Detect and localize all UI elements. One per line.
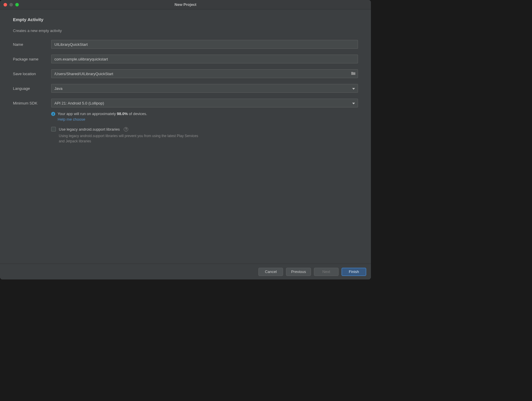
name-input[interactable] [51, 40, 358, 49]
minimize-window-button[interactable] [9, 3, 13, 6]
dialog-content: Empty Activity Creates a new empty activ… [0, 9, 371, 264]
folder-icon [351, 71, 356, 76]
info-suffix: of devices. [128, 112, 147, 116]
legacy-support-checkbox[interactable] [51, 127, 56, 132]
legacy-support-label: Use legacy android.support libraries [59, 127, 120, 132]
cancel-button[interactable]: Cancel [258, 268, 283, 276]
titlebar: New Project [0, 0, 371, 9]
maximize-window-button[interactable] [15, 3, 19, 6]
new-project-dialog: New Project Empty Activity Creates a new… [0, 0, 371, 279]
device-coverage-info: i Your app will run on approximately 98.… [51, 112, 358, 116]
package-name-label: Package name [13, 57, 51, 61]
minimum-sdk-label: Minimum SDK [13, 101, 51, 105]
page-heading: Empty Activity [13, 17, 358, 22]
help-icon[interactable]: ? [124, 127, 128, 132]
window-title: New Project [175, 2, 196, 7]
window-controls [4, 3, 19, 6]
minimum-sdk-select[interactable]: API 21: Android 5.0 (Lollipop) [51, 99, 358, 107]
close-window-button[interactable] [4, 3, 7, 6]
save-location-input[interactable] [51, 69, 358, 78]
language-select[interactable]: Java [51, 84, 358, 93]
package-name-input[interactable] [51, 55, 358, 63]
page-description: Creates a new empty activity [13, 28, 358, 33]
finish-button[interactable]: Finish [342, 268, 366, 276]
info-icon: i [51, 112, 55, 116]
info-percent: 98.0% [117, 112, 128, 116]
help-me-choose-link[interactable]: Help me choose [58, 117, 85, 122]
save-location-label: Save location [13, 72, 51, 76]
browse-folder-button[interactable] [350, 71, 356, 77]
next-button: Next [314, 268, 339, 276]
dialog-footer: Cancel Previous Next Finish [0, 264, 371, 279]
legacy-support-subtext: Using legacy android.support libraries w… [59, 133, 200, 144]
language-label: Language [13, 86, 51, 91]
info-prefix: Your app will run on approximately [58, 112, 117, 116]
previous-button[interactable]: Previous [286, 268, 311, 276]
name-label: Name [13, 42, 51, 47]
